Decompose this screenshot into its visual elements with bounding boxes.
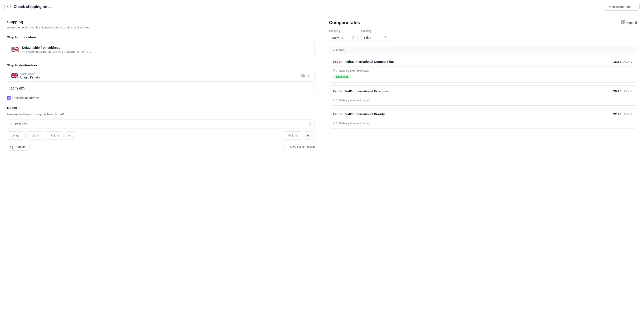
cheapest-badge: Cheapest <box>333 74 351 79</box>
add-box-button[interactable]: + Add box <box>7 143 30 150</box>
ship-to-title: Ship to destination <box>7 63 315 67</box>
residential-label: Residential address <box>12 96 40 100</box>
rate-card-body-3: Delivery time: unknown <box>329 119 637 128</box>
fedex-logo-1: FedEx <box>333 60 342 63</box>
country-select-left: 🇬🇧 Select country United Kingdom <box>10 72 42 79</box>
add-box-icon: + <box>10 145 14 148</box>
expand-icon <box>621 20 625 25</box>
rate-name-2: FedEx International Economy <box>344 90 388 93</box>
height-input[interactable] <box>46 132 64 140</box>
price-currency-3: USD <box>623 112 629 116</box>
rate-card-header-3: FedEx FedEx International Priority 22.93… <box>329 108 637 119</box>
width-input[interactable] <box>26 132 44 140</box>
rate-card-fedex-connect-plus: FedEx FedEx International Connect Plus 1… <box>329 56 637 83</box>
delivery-text-3: Delivery time: unknown <box>339 122 368 125</box>
fedex-logo-2: FedEx <box>333 90 342 93</box>
dimension-unit-label: in <box>68 134 70 137</box>
toggle-country-button[interactable] <box>307 74 312 78</box>
rate-expand-button-1[interactable]: ∨ <box>630 60 633 64</box>
rate-name-1: FedEx International Connect Plus <box>344 60 394 64</box>
rate-card-left-2: FedEx FedEx International Economy <box>333 90 388 93</box>
svg-point-9 <box>334 101 334 102</box>
svg-rect-11 <box>334 122 336 124</box>
svg-rect-5 <box>334 70 336 72</box>
ship-from-card: 🇺🇸 Default ship from address 444 North I… <box>7 42 315 57</box>
dimensions-row: in lb <box>7 132 315 140</box>
delivery-icon-1 <box>333 69 337 73</box>
svg-rect-1 <box>622 20 623 22</box>
svg-rect-2 <box>624 20 625 22</box>
price-currency-2: USD <box>623 90 629 93</box>
uk-flag-icon: 🇬🇧 <box>10 73 18 79</box>
delivery-icon-2 <box>333 98 337 102</box>
clear-country-button[interactable] <box>301 74 305 78</box>
rate-card-left-1: FedEx FedEx International Connect Plus <box>333 60 394 64</box>
boxes-title: Boxes <box>7 106 315 110</box>
expand-button[interactable]: Expand <box>621 20 637 25</box>
price-amount-3: 22.93 <box>613 112 622 116</box>
delivery-row-3: Delivery time: unknown <box>333 121 633 125</box>
shipping-title: Shipping <box>7 20 315 24</box>
country-info: Select country United Kingdom <box>20 72 42 79</box>
delivery-text-1: Delivery time: unknown <box>339 69 368 72</box>
ordering-filter: Ordering Price <box>361 30 390 42</box>
rate-price-3: 22.93 USD ∨ <box>613 112 633 116</box>
dimension-unit-select[interactable]: in <box>65 132 76 140</box>
grouping-select[interactable]: Delivery <box>329 34 358 42</box>
svg-point-12 <box>334 124 334 124</box>
rate-price-2: 20.18 USD ∨ <box>613 89 633 93</box>
save-custom-boxes-label: Save custom boxes <box>290 145 315 148</box>
delivery-icon-3 <box>333 121 337 125</box>
svg-point-7 <box>336 71 337 72</box>
box-type-label: Custom box <box>10 122 27 126</box>
fedex-logo-3: FedEx <box>333 112 342 116</box>
address-line: 444 North Industrial Rd Unit A, St. Geor… <box>22 50 91 53</box>
main-layout: Shipping Adjust the details for this shi… <box>0 14 644 336</box>
close-button[interactable]: × <box>4 4 10 10</box>
svg-point-10 <box>336 101 337 102</box>
grouping-filter: Grouping Delivery <box>329 30 358 42</box>
recalculate-button[interactable]: Recalculate rates → <box>604 3 640 10</box>
svg-rect-3 <box>622 22 623 24</box>
rate-cards-list: FedEx FedEx International Connect Plus 1… <box>329 56 637 128</box>
compare-header: Compare rates Expand <box>329 20 637 25</box>
header: × Check shipping rates Recalculate rates… <box>0 0 644 14</box>
rate-expand-button-2[interactable]: ∨ <box>630 89 633 93</box>
weight-input[interactable] <box>282 132 302 140</box>
left-panel: Shipping Adjust the details for this shi… <box>0 14 322 336</box>
boxes-description: How are the items in this quote being bo… <box>7 113 315 116</box>
rate-card-header-2: FedEx FedEx International Economy 20.18 … <box>329 86 637 96</box>
svg-point-13 <box>336 124 337 124</box>
svg-point-6 <box>334 71 334 72</box>
country-label: Select country <box>20 72 42 75</box>
price-amount-1: 16.53 <box>613 60 622 64</box>
residential-row: Residential address <box>7 96 315 100</box>
weight-unit-label: lb <box>306 134 309 137</box>
page-title: Check shipping rates <box>14 5 52 9</box>
compare-title: Compare rates <box>329 20 360 25</box>
ordering-label: Ordering <box>361 30 390 33</box>
rate-expand-button-3[interactable]: ∨ <box>630 112 633 116</box>
weight-unit-select[interactable]: lb <box>304 132 315 140</box>
residential-checkbox[interactable] <box>7 96 10 100</box>
rate-card-fedex-economy: FedEx FedEx International Economy 20.18 … <box>329 85 637 106</box>
country-actions <box>301 74 312 78</box>
grouping-label: Grouping <box>329 30 358 33</box>
rate-name-3: FedEx International Priority <box>344 112 385 116</box>
header-left: × Check shipping rates <box>4 4 52 10</box>
filter-row: Grouping Delivery Ordering Price <box>329 30 637 42</box>
postal-code-input[interactable] <box>7 84 315 93</box>
save-custom-boxes-checkbox[interactable] <box>284 145 288 148</box>
ordering-select[interactable]: Price <box>361 34 390 42</box>
rate-card-left-3: FedEx FedEx International Priority <box>333 112 385 116</box>
shipping-subtitle: Adjust the details for this shipment to … <box>7 26 315 29</box>
rate-card-body-1: Delivery time: unknown Cheapest <box>329 66 637 82</box>
rate-price-1: 16.53 USD ∨ <box>613 60 633 64</box>
box-type-select[interactable]: Custom box <box>7 120 315 129</box>
length-input[interactable] <box>7 132 25 140</box>
country-select[interactable]: 🇬🇧 Select country United Kingdom <box>7 70 315 82</box>
delivery-row-1: Delivery time: unknown <box>333 69 633 73</box>
price-currency-1: USD <box>623 60 629 63</box>
country-value: United Kingdom <box>20 76 42 79</box>
delivery-text-2: Delivery time: unknown <box>339 99 368 102</box>
